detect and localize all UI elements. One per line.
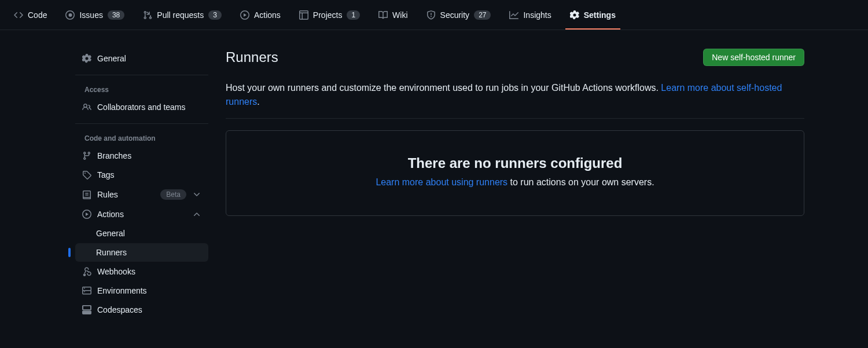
tab-projects-label: Projects <box>313 10 343 20</box>
sidebar-codespaces-label: Codespaces <box>97 305 142 314</box>
pull-request-icon <box>143 10 152 20</box>
issue-icon <box>65 10 75 20</box>
host-text: Host your own runners and customize the … <box>226 83 661 93</box>
settings-sidebar: General Access Collaborators and teams C… <box>0 49 208 320</box>
sidebar-actions-runners-label: Runners <box>96 248 127 257</box>
sidebar-item-actions-runners[interactable]: Runners <box>75 243 208 262</box>
sidebar-item-branches[interactable]: Branches <box>75 146 208 165</box>
tab-actions-label: Actions <box>254 10 281 20</box>
new-runner-button[interactable]: New self-hosted runner <box>703 49 804 66</box>
sidebar-actions-general-label: General <box>96 229 125 238</box>
sidebar-item-collaborators[interactable]: Collaborators and teams <box>75 98 208 116</box>
sidebar-item-environments[interactable]: Environments <box>75 281 208 300</box>
tab-settings[interactable]: Settings <box>561 0 625 30</box>
repo-tabs: Code Issues 38 Pull requests 3 Actions P… <box>0 0 868 30</box>
empty-subtitle: Learn more about using runners to run ac… <box>249 177 781 188</box>
sidebar-rules-label: Rules <box>97 190 118 199</box>
security-count: 27 <box>474 10 491 20</box>
table-icon <box>299 10 308 20</box>
sidebar-actions-label: Actions <box>97 210 124 219</box>
sidebar-item-actions-general[interactable]: General <box>75 224 208 243</box>
sidebar-branches-label: Branches <box>97 151 131 160</box>
divider <box>75 123 208 124</box>
tab-security[interactable]: Security 27 <box>417 0 501 30</box>
sidebar-env-label: Environments <box>97 286 147 295</box>
tab-insights-label: Insights <box>523 10 551 20</box>
chevron-up-icon <box>192 210 201 219</box>
book-icon <box>378 10 388 20</box>
sidebar-collab-label: Collaborators and teams <box>97 102 186 112</box>
empty-state: There are no runners configured Learn mo… <box>226 130 804 216</box>
period: . <box>257 97 259 107</box>
server-icon <box>82 286 91 295</box>
tab-actions[interactable]: Actions <box>231 0 290 30</box>
graph-icon <box>509 10 518 20</box>
gear-icon <box>82 54 91 63</box>
tab-pulls-label: Pull requests <box>157 10 204 20</box>
sidebar-item-actions[interactable]: Actions <box>75 205 208 224</box>
tab-code[interactable]: Code <box>5 0 56 30</box>
tab-wiki[interactable]: Wiki <box>369 0 417 30</box>
access-section-title: Access <box>75 82 208 97</box>
page-title: Runners <box>226 49 278 65</box>
tab-issues[interactable]: Issues 38 <box>56 0 134 30</box>
main-content: Runners New self-hosted runner Host your… <box>208 49 868 320</box>
divider <box>75 75 208 75</box>
tab-insights[interactable]: Insights <box>500 0 560 30</box>
tab-wiki-label: Wiki <box>392 10 407 20</box>
tab-issues-label: Issues <box>79 10 102 20</box>
rules-icon <box>82 190 91 199</box>
gear-icon <box>570 10 579 20</box>
tab-security-label: Security <box>440 10 470 20</box>
tag-icon <box>82 170 91 180</box>
sidebar-item-rules[interactable]: Rules Beta <box>75 185 208 204</box>
sidebar-tags-label: Tags <box>97 170 115 180</box>
shield-icon <box>426 10 436 20</box>
sidebar-item-general[interactable]: General <box>75 49 208 68</box>
tab-projects[interactable]: Projects 1 <box>290 0 369 30</box>
play-icon <box>240 10 249 20</box>
sidebar-item-tags[interactable]: Tags <box>75 166 208 184</box>
learn-runners-link[interactable]: Learn more about using runners <box>376 177 507 187</box>
sidebar-webhooks-label: Webhooks <box>97 267 135 276</box>
pulls-count: 3 <box>208 10 222 20</box>
empty-suffix: to run actions on your own servers. <box>507 177 654 187</box>
runners-description: Host your own runners and customize the … <box>226 81 804 119</box>
beta-badge: Beta <box>160 189 186 200</box>
issues-count: 38 <box>108 10 124 20</box>
tab-code-label: Code <box>28 10 47 20</box>
tab-settings-label: Settings <box>584 10 616 20</box>
container: General Access Collaborators and teams C… <box>0 30 868 320</box>
people-icon <box>82 102 91 112</box>
automation-section-title: Code and automation <box>75 131 208 146</box>
sidebar-item-webhooks[interactable]: Webhooks <box>75 262 208 281</box>
codespaces-icon <box>82 305 91 314</box>
tab-pulls[interactable]: Pull requests 3 <box>134 0 231 30</box>
empty-title: There are no runners configured <box>249 155 781 171</box>
header-row: Runners New self-hosted runner <box>226 49 804 66</box>
projects-count: 1 <box>347 10 360 20</box>
sidebar-item-codespaces[interactable]: Codespaces <box>75 301 208 319</box>
play-icon <box>82 210 91 219</box>
branch-icon <box>82 151 91 160</box>
chevron-down-icon <box>192 190 201 199</box>
webhook-icon <box>82 267 91 276</box>
code-icon <box>14 10 23 20</box>
sidebar-general-label: General <box>97 54 126 63</box>
